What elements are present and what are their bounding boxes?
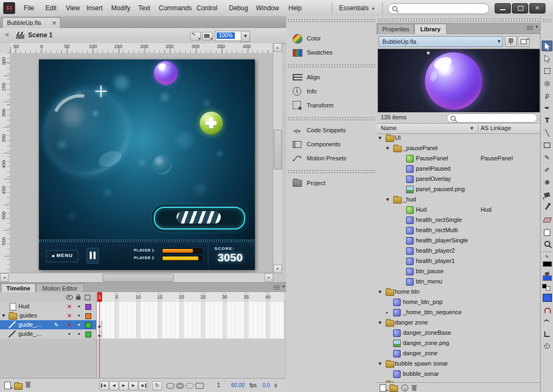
- library-row[interactable]: danger_zone: [376, 348, 540, 359]
- edit-symbols-button[interactable]: [190, 32, 201, 40]
- horizontal-scroll-thumb[interactable]: [103, 274, 174, 282]
- new-symbol-icon[interactable]: [380, 384, 386, 391]
- play-button[interactable]: [119, 381, 129, 390]
- library-row[interactable]: home_btn_pop: [376, 297, 540, 307]
- menu-insert[interactable]: Insert: [84, 0, 105, 16]
- panel-gripper[interactable]: [287, 117, 375, 121]
- library-search-box[interactable]: [447, 113, 537, 123]
- expander-closed-icon[interactable]: [386, 307, 388, 318]
- playhead-marker[interactable]: 1: [97, 292, 102, 302]
- menu-commands[interactable]: Commands: [157, 0, 194, 16]
- scroll-right-button[interactable]: [265, 273, 273, 282]
- visible-dot-icon[interactable]: [68, 329, 71, 339]
- maximize-button[interactable]: [512, 3, 528, 13]
- eyedropper-tool[interactable]: [542, 202, 552, 213]
- library-row[interactable]: btn_pause: [376, 266, 540, 276]
- hud-menu-button[interactable]: MENU: [46, 250, 78, 262]
- library-row[interactable]: UI: [376, 133, 540, 143]
- panel-menu-icon[interactable]: [273, 286, 280, 290]
- straighten-option-icon[interactable]: [544, 332, 550, 337]
- stage-horizontal-scrollbar[interactable]: [0, 273, 273, 282]
- scroll-left-button[interactable]: [0, 273, 9, 282]
- library-row[interactable]: danger_zone.png: [376, 338, 540, 348]
- library-row[interactable]: bubble spawn sonar: [376, 359, 540, 369]
- layer-frames[interactable]: [96, 302, 284, 312]
- expander-open-icon[interactable]: [379, 359, 381, 369]
- vertical-scroll-thumb[interactable]: [274, 130, 282, 170]
- layer-frames[interactable]: [96, 329, 284, 339]
- progress-bar-sprite[interactable]: [154, 207, 245, 229]
- panel-info[interactable]: Info: [286, 84, 376, 98]
- rectangle-tool[interactable]: [542, 140, 552, 151]
- goto-last-frame-button[interactable]: [138, 381, 148, 390]
- lock-dot-icon[interactable]: [77, 320, 81, 329]
- layer-name-cell[interactable]: guide_...: [0, 320, 96, 330]
- new-folder-icon[interactable]: [389, 386, 398, 392]
- free-transform-tool[interactable]: [542, 65, 552, 76]
- library-row[interactable]: _hud: [376, 194, 540, 205]
- edit-scene-button[interactable]: [202, 32, 213, 40]
- document-tab[interactable]: BubbleUp.fla: [2, 17, 60, 29]
- edit-multiple-frames-icon[interactable]: [195, 383, 204, 389]
- selected-fill-swatch[interactable]: [543, 294, 552, 302]
- library-row[interactable]: _home_btn_sequence: [376, 307, 540, 317]
- timeline-layer-row[interactable]: Hud: [0, 302, 286, 311]
- loop-button[interactable]: [152, 381, 162, 390]
- library-row[interactable]: health_rectMulti: [376, 225, 540, 235]
- lock-dot-icon[interactable]: [77, 311, 81, 320]
- pin-library-button[interactable]: [505, 36, 517, 47]
- panel-gripper[interactable]: [287, 170, 375, 174]
- timeline-guide-row[interactable]: guide_...: [0, 329, 286, 339]
- onion-skin-outlines-icon[interactable]: [186, 383, 194, 389]
- step-forward-button[interactable]: [129, 381, 138, 390]
- outline-square-icon[interactable]: [85, 295, 90, 300]
- small-bubble-sprite[interactable]: [152, 155, 172, 174]
- object-drawing-icon[interactable]: [544, 343, 550, 349]
- panel-gripper[interactable]: [287, 18, 375, 23]
- outline-color-chip[interactable]: [85, 322, 91, 328]
- panel-color[interactable]: Color: [286, 31, 376, 45]
- step-back-button[interactable]: [109, 381, 119, 390]
- delete-item-icon[interactable]: [412, 386, 416, 391]
- library-row[interactable]: panelOverlay: [376, 174, 540, 184]
- delete-layer-icon[interactable]: [26, 383, 30, 388]
- panel-gripper[interactable]: [377, 18, 539, 22]
- deco-tool[interactable]: [542, 177, 552, 188]
- menu-help[interactable]: Help: [286, 0, 304, 16]
- expander-open-icon[interactable]: [386, 143, 389, 154]
- library-row[interactable]: HudHud: [376, 205, 540, 215]
- scroll-down-button[interactable]: [273, 265, 282, 273]
- outline-color-chip[interactable]: [85, 313, 91, 319]
- layer-frames[interactable]: [96, 311, 284, 321]
- back-arrow-icon[interactable]: [4, 31, 9, 37]
- outline-color-chip[interactable]: [85, 332, 91, 337]
- global-search-box[interactable]: [388, 3, 489, 14]
- panel-code-snippets[interactable]: Code Snippets: [286, 123, 376, 137]
- menu-file[interactable]: File: [22, 0, 36, 16]
- expander-open-icon[interactable]: [379, 317, 381, 328]
- pen-tool[interactable]: [542, 103, 552, 113]
- new-layer-icon[interactable]: [4, 382, 11, 389]
- library-row[interactable]: panelPaused: [376, 164, 540, 174]
- lock-icon[interactable]: [76, 296, 80, 300]
- lock-dot-icon[interactable]: [77, 302, 81, 311]
- stage-canvas[interactable]: MENU PLAYER 1 PLAYER 2 SCORE: 3050: [39, 59, 255, 270]
- panel-menu-icon[interactable]: [527, 26, 533, 30]
- library-row[interactable]: bubble_sonar: [376, 369, 540, 379]
- subselection-tool[interactable]: [542, 53, 552, 64]
- eye-icon[interactable]: [66, 295, 73, 300]
- onion-skin-icon[interactable]: [176, 383, 184, 389]
- expander-open-icon[interactable]: [379, 287, 381, 298]
- layer-name-cell[interactable]: guides: [0, 311, 96, 321]
- library-row[interactable]: health_player1: [376, 256, 540, 266]
- lock-dot-icon[interactable]: [77, 329, 81, 339]
- panel-motion-presets[interactable]: Motion Presets: [286, 151, 376, 165]
- smooth-option-icon[interactable]: [544, 320, 549, 325]
- hand-tool[interactable]: [542, 227, 552, 238]
- visibility-hidden-icon[interactable]: [67, 320, 72, 329]
- outline-color-chip[interactable]: [85, 304, 91, 310]
- library-row[interactable]: panel_paused.png: [376, 184, 540, 194]
- paint-bucket-tool[interactable]: [542, 190, 552, 200]
- stage-pasteboard[interactable]: MENU PLAYER 1 PLAYER 2 SCORE: 3050: [10, 53, 273, 273]
- hud-pause-button[interactable]: [86, 248, 99, 263]
